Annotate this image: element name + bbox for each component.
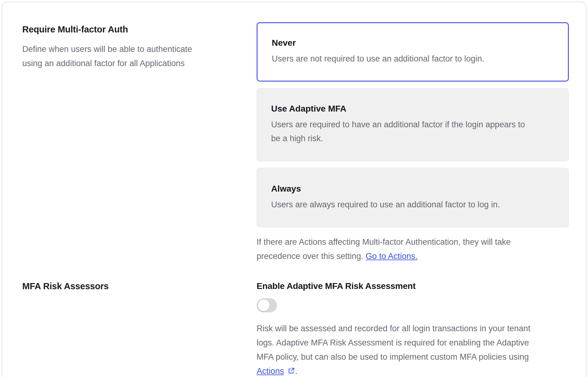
option-description-line: Users are always required to use an addi…: [271, 198, 556, 212]
mfa-option-always-label: Always: [271, 184, 556, 194]
risk-assessment-description: Risk will be assessed and recorded for a…: [257, 321, 569, 377]
mfa-policy-description: Define when users will be able to authen…: [22, 42, 248, 70]
footnote-text: precedence over this setting.: [257, 252, 363, 261]
mfa-policy-options: Never Users are not required to use an a…: [257, 22, 569, 263]
mfa-option-never[interactable]: Never Users are not required to use an a…: [257, 22, 569, 82]
mfa-policy-header: Require Multi-factor Auth Define when us…: [22, 24, 248, 70]
mfa-option-adaptive-description: Users are required to have an additional…: [271, 118, 556, 146]
toggle-knob: [258, 299, 270, 311]
external-link-icon: [287, 365, 295, 374]
risk-description-line: Actions .: [257, 364, 569, 377]
mfa-option-never-description: Users are not required to use an additio…: [272, 52, 556, 66]
sentence-period: .: [295, 366, 298, 376]
mfa-option-never-label: Never: [272, 38, 556, 48]
mfa-option-always[interactable]: Always Users are always required to use …: [257, 168, 569, 227]
option-description-line: Users are required to have an additional…: [271, 118, 556, 132]
footnote-line: precedence over this setting. Go to Acti…: [257, 249, 569, 263]
mfa-policy-description-line: Define when users will be able to authen…: [22, 42, 248, 56]
risk-assessors-content: Enable Adaptive MFA Risk Assessment Risk…: [257, 281, 569, 377]
risk-description-line: Risk will be assessed and recorded for a…: [257, 321, 569, 336]
mfa-policy-footnote: If there are Actions affecting Multi-fac…: [257, 235, 569, 263]
mfa-policy-title: Require Multi-factor Auth: [22, 24, 248, 35]
mfa-option-always-description: Users are always required to use an addi…: [271, 198, 556, 212]
go-to-actions-link[interactable]: Go to Actions.: [366, 252, 418, 261]
settings-panel: Require Multi-factor Auth Define when us…: [2, 2, 586, 377]
footnote-line: If there are Actions affecting Multi-fac…: [257, 235, 569, 249]
risk-assessors-header: MFA Risk Assessors: [22, 281, 248, 291]
mfa-option-adaptive[interactable]: Use Adaptive MFA Users are required to h…: [257, 88, 569, 161]
risk-description-line: logs. Adaptive MFA Risk Assessment is re…: [257, 336, 569, 350]
risk-assessors-title: MFA Risk Assessors: [22, 281, 248, 291]
risk-description-line: MFA policy, but can also be used to impl…: [257, 350, 569, 364]
option-description-line: be a high risk.: [271, 132, 556, 146]
actions-link[interactable]: Actions: [257, 366, 284, 376]
risk-assessment-toggle[interactable]: [257, 298, 277, 312]
mfa-policy-description-line: using an additional factor for all Appli…: [22, 56, 248, 70]
risk-assessment-toggle-label: Enable Adaptive MFA Risk Assessment: [257, 281, 569, 291]
option-description-line: Users are not required to use an additio…: [272, 52, 556, 66]
mfa-option-adaptive-label: Use Adaptive MFA: [271, 104, 556, 114]
